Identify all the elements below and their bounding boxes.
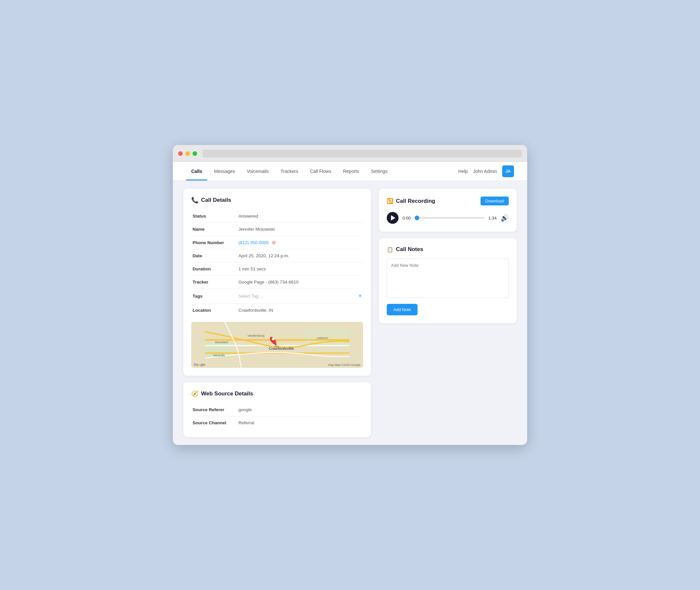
notes-textarea[interactable] (387, 259, 509, 298)
call-details-card: 📞 Call Details Status Answered Name Jenn… (184, 189, 371, 376)
audio-player: 0:00 1:34 🔊 (387, 212, 509, 224)
play-icon (391, 215, 395, 220)
field-value: Answered (237, 210, 363, 223)
web-source-card: 🧭 Web Source Details Source Referer goog… (184, 382, 371, 437)
maximize-dot[interactable] (193, 151, 197, 156)
browser-chrome (173, 145, 527, 162)
svg-text:Westville: Westville (213, 354, 225, 357)
recording-title: Call Recording (396, 198, 435, 204)
progress-thumb[interactable] (415, 216, 419, 220)
field-label: Tags (191, 289, 237, 304)
map-attribution: Map data ©2020 Google (328, 363, 360, 367)
voicemail-icon: 🔁 (387, 198, 393, 204)
help-link[interactable]: Help (458, 169, 468, 174)
tags-placeholder: Select Tag ... (238, 294, 263, 299)
svg-text:Crawfordsville: Crawfordsville (269, 347, 294, 351)
compass-icon: 🧭 (191, 390, 199, 397)
map-background: Crawfordsville Waveland Veedersburg Leba… (191, 322, 363, 368)
table-row: Status Answered (191, 210, 363, 223)
phone-icon: 📞 (191, 197, 199, 204)
field-value-tags: Select Tag ... + (237, 289, 363, 304)
field-label: Phone Number (191, 236, 237, 250)
field-value: Referral (237, 416, 363, 429)
map-svg: Crawfordsville Waveland Veedersburg Leba… (191, 322, 363, 368)
web-source-heading: Web Source Details (201, 390, 253, 397)
nav-item-callflows[interactable]: Call Flows (305, 162, 337, 181)
field-value: 1 min 51 secs (237, 263, 363, 276)
nav-right: Help John Admin JA (458, 165, 514, 177)
field-label: Status (191, 210, 237, 223)
table-row: Phone Number (812) 350-0005 ⊘ (191, 236, 363, 250)
web-source-title: 🧭 Web Source Details (191, 390, 363, 397)
table-row: Location Crawfordsville, IN (191, 304, 363, 317)
recording-title-row: 🔁 Call Recording (387, 198, 435, 204)
field-value-phone: (812) 350-0005 ⊘ (237, 236, 363, 250)
nav-item-voicemails[interactable]: Voicemails (241, 162, 274, 181)
nav-item-calls[interactable]: Calls (186, 162, 207, 181)
call-notes-card: 📋 Call Notes Add Note (379, 238, 516, 323)
table-row: Duration 1 min 51 secs (191, 263, 363, 276)
table-row: Source Channel Referral (191, 416, 363, 429)
field-label: Date (191, 250, 237, 263)
table-row: Tags Select Tag ... + (191, 289, 363, 304)
call-notes-heading: Call Notes (396, 246, 423, 253)
call-details-title: 📞 Call Details (191, 197, 363, 204)
field-label: Location (191, 304, 237, 317)
field-label: Duration (191, 263, 237, 276)
minimize-dot[interactable] (185, 151, 190, 156)
notes-icon: 📋 (387, 247, 393, 253)
close-dot[interactable] (178, 151, 183, 156)
field-label: Source Referer (191, 403, 237, 416)
main-nav: Calls Messages Voicemails Trackers Call … (173, 162, 527, 181)
recording-header: 🔁 Call Recording Download (387, 197, 509, 205)
svg-text:Lebanon: Lebanon (317, 336, 328, 339)
field-value: Crawfordsville, IN (237, 304, 363, 317)
field-label: Name (191, 223, 237, 236)
call-recording-card: 🔁 Call Recording Download 0:00 1:34 (379, 189, 516, 232)
table-row: Source Referer google (191, 403, 363, 416)
field-value: google (237, 403, 363, 416)
table-row: Tracker Google Page - (863) 734-6610 (191, 276, 363, 289)
field-label: Source Channel (191, 416, 237, 429)
table-row: Name Jennifer Mckowski (191, 223, 363, 236)
nav-links: Calls Messages Voicemails Trackers Call … (186, 162, 458, 181)
address-bar[interactable] (202, 150, 522, 158)
play-button[interactable] (387, 212, 398, 224)
page-content: 📞 Call Details Status Answered Name Jenn… (173, 181, 527, 445)
user-name: John Admin (473, 169, 497, 174)
nav-item-trackers[interactable]: Trackers (275, 162, 304, 181)
add-note-button[interactable]: Add Note (387, 304, 418, 315)
nav-item-messages[interactable]: Messages (209, 162, 240, 181)
total-time: 1:34 (488, 216, 497, 220)
svg-text:Veedersburg: Veedersburg (248, 334, 264, 337)
field-label: Tracker (191, 276, 237, 289)
volume-icon[interactable]: 🔊 (500, 214, 509, 222)
nav-item-reports[interactable]: Reports (338, 162, 364, 181)
call-details-table: Status Answered Name Jennifer Mckowski P… (191, 210, 363, 317)
map-container: Crawfordsville Waveland Veedersburg Leba… (191, 322, 363, 368)
google-logo: Google (194, 363, 205, 367)
field-value: Google Page - (863) 734-6610 (237, 276, 363, 289)
current-time: 0:00 (402, 216, 413, 220)
table-row: Date April 25, 2020, 12:24 p.m. (191, 250, 363, 263)
add-tag-button[interactable]: + (358, 293, 362, 300)
call-details-heading: Call Details (201, 197, 231, 203)
web-source-table: Source Referer google Source Channel Ref… (191, 403, 363, 429)
avatar[interactable]: JA (502, 165, 514, 177)
svg-point-12 (272, 338, 274, 340)
nav-item-settings[interactable]: Settings (366, 162, 393, 181)
field-value: April 25, 2020, 12:24 p.m. (237, 250, 363, 263)
field-value: Jennifer Mckowski (237, 223, 363, 236)
phone-number-link[interactable]: (812) 350-0005 (238, 240, 269, 245)
svg-text:Waveland: Waveland (215, 340, 228, 344)
progress-bar[interactable] (417, 217, 484, 218)
right-column: 🔁 Call Recording Download 0:00 1:34 (379, 189, 516, 323)
block-icon[interactable]: ⊘ (272, 240, 276, 245)
browser-window: Calls Messages Voicemails Trackers Call … (173, 145, 527, 445)
download-button[interactable]: Download (481, 197, 509, 205)
left-column: 📞 Call Details Status Answered Name Jenn… (184, 189, 371, 437)
call-notes-title: 📋 Call Notes (387, 246, 509, 253)
